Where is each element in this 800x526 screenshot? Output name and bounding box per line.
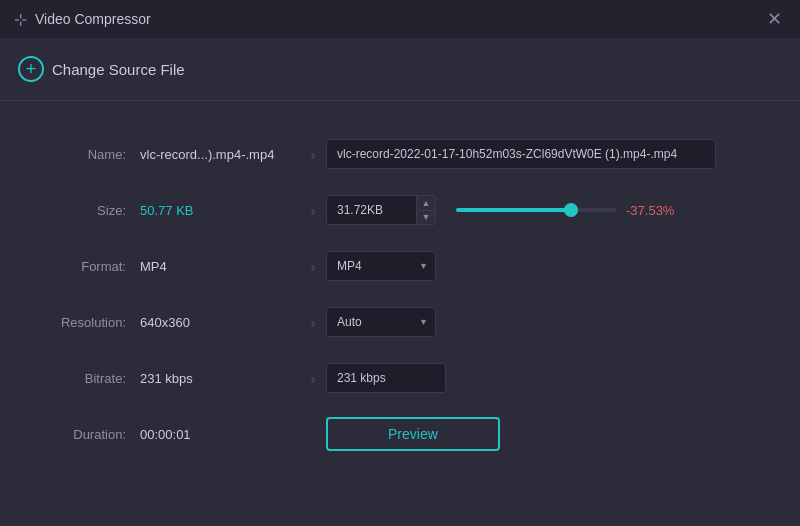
- format-value: MP4: [140, 259, 300, 274]
- size-spinner-down[interactable]: ▼: [416, 210, 436, 225]
- size-arrow-icon: ›: [300, 202, 326, 219]
- resolution-select[interactable]: Auto 640x360 1280x720 1920x1080: [326, 307, 436, 337]
- divider: [0, 100, 800, 101]
- title-bar: ⊹ Video Compressor ✕: [0, 0, 800, 38]
- duration-input-area: Preview: [326, 417, 760, 451]
- bitrate-output-input[interactable]: [326, 363, 446, 393]
- name-input-area: [326, 139, 760, 169]
- format-select-wrap: MP4 AVI MOV MKV: [326, 251, 436, 281]
- format-label: Format:: [40, 259, 140, 274]
- main-content: Name: vlc-record...).mp4-.mp4 › Size: 50…: [0, 117, 800, 493]
- slider-area: -37.53%: [456, 203, 681, 218]
- size-spinner-group: ▲ ▼: [326, 195, 436, 225]
- format-arrow-icon: ›: [300, 258, 326, 275]
- format-row: Format: MP4 › MP4 AVI MOV MKV: [40, 249, 760, 283]
- name-arrow-icon: ›: [300, 146, 326, 163]
- duration-value: 00:00:01: [140, 427, 300, 442]
- resolution-input-area: Auto 640x360 1280x720 1920x1080: [326, 307, 760, 337]
- change-source-button[interactable]: + Change Source File: [18, 52, 185, 86]
- name-value: vlc-record...).mp4-.mp4: [140, 147, 300, 162]
- resolution-arrow-icon: ›: [300, 314, 326, 331]
- size-slider-fill: [456, 208, 571, 212]
- resolution-select-wrap: Auto 640x360 1280x720 1920x1080: [326, 307, 436, 337]
- bitrate-arrow-icon: ›: [300, 370, 326, 387]
- duration-row: Duration: 00:00:01 Preview: [40, 417, 760, 451]
- name-label: Name:: [40, 147, 140, 162]
- slider-percent: -37.53%: [626, 203, 681, 218]
- title-bar-left: ⊹ Video Compressor: [14, 10, 151, 29]
- bitrate-input-area: [326, 363, 760, 393]
- size-input-area: ▲ ▼ -37.53%: [326, 195, 760, 225]
- size-row: Size: 50.77 KB › ▲ ▼ -37.53%: [40, 193, 760, 227]
- bitrate-label: Bitrate:: [40, 371, 140, 386]
- format-input-area: MP4 AVI MOV MKV: [326, 251, 760, 281]
- change-source-label: Change Source File: [52, 61, 185, 78]
- size-spinner: ▲ ▼: [416, 195, 436, 225]
- close-button[interactable]: ✕: [763, 8, 786, 30]
- toolbar: + Change Source File: [0, 38, 800, 96]
- size-value: 50.77 KB: [140, 203, 300, 218]
- bitrate-row: Bitrate: 231 kbps ›: [40, 361, 760, 395]
- name-output-input[interactable]: [326, 139, 716, 169]
- size-slider-track[interactable]: [456, 208, 616, 212]
- resolution-value: 640x360: [140, 315, 300, 330]
- format-select[interactable]: MP4 AVI MOV MKV: [326, 251, 436, 281]
- size-output-input[interactable]: [326, 195, 416, 225]
- app-icon: ⊹: [14, 10, 27, 29]
- name-row: Name: vlc-record...).mp4-.mp4 ›: [40, 137, 760, 171]
- bitrate-value: 231 kbps: [140, 371, 300, 386]
- size-label: Size:: [40, 203, 140, 218]
- resolution-row: Resolution: 640x360 › Auto 640x360 1280x…: [40, 305, 760, 339]
- duration-label: Duration:: [40, 427, 140, 442]
- size-slider-thumb[interactable]: [564, 203, 578, 217]
- app-title: Video Compressor: [35, 11, 151, 27]
- preview-button[interactable]: Preview: [326, 417, 500, 451]
- resolution-label: Resolution:: [40, 315, 140, 330]
- size-spinner-up[interactable]: ▲: [416, 195, 436, 210]
- plus-icon: +: [18, 56, 44, 82]
